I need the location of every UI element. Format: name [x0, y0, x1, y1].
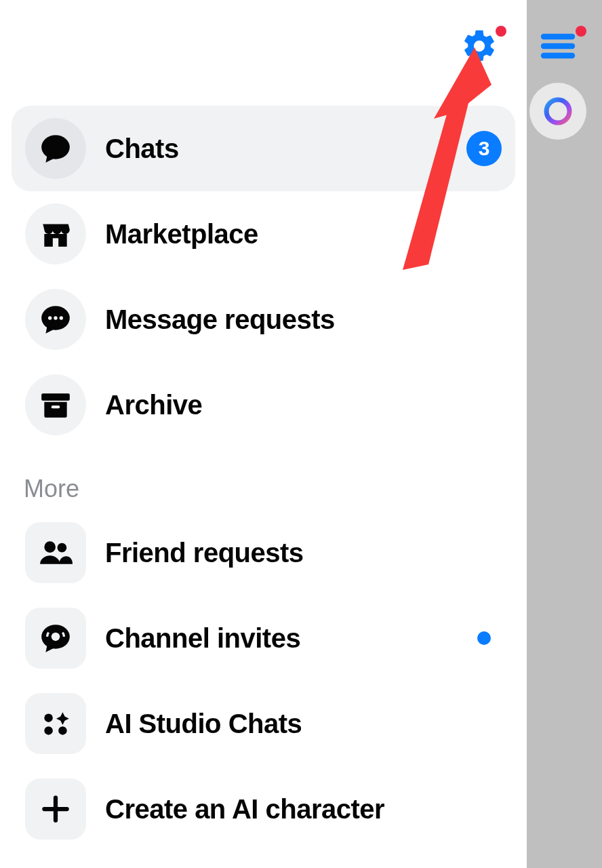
- gear-icon: [460, 27, 498, 65]
- meta-ai-button[interactable]: [529, 83, 586, 140]
- nav-item-message-requests[interactable]: Message requests: [12, 277, 515, 362]
- nav-item-chats[interactable]: Chats 3: [12, 106, 515, 191]
- archive-icon: [25, 374, 86, 435]
- meta-ai-ring-icon: [542, 95, 574, 127]
- svg-point-12: [44, 726, 53, 735]
- nav-label: AI Studio Chats: [105, 709, 302, 739]
- nav-label: Archive: [105, 390, 202, 420]
- svg-point-0: [41, 135, 70, 159]
- navigation-panel: Chats 3 Marketplace: [0, 0, 527, 868]
- unread-badge: 3: [466, 131, 502, 166]
- marketplace-icon: [25, 203, 86, 264]
- chat-bubble-icon: [25, 118, 86, 179]
- notification-dot: [477, 631, 491, 645]
- svg-point-7: [44, 541, 56, 553]
- notification-dot: [496, 26, 506, 37]
- menu-button[interactable]: [539, 27, 584, 72]
- svg-point-3: [54, 316, 57, 319]
- nav-item-archive[interactable]: Archive: [12, 362, 515, 448]
- nav-label: Channel invites: [105, 623, 300, 654]
- svg-point-8: [58, 543, 67, 553]
- svg-rect-6: [52, 406, 60, 408]
- nav-label: Message requests: [105, 304, 335, 335]
- plus-icon: [25, 778, 86, 840]
- ai-studio-icon: [25, 693, 86, 754]
- nav-item-ai-studio[interactable]: AI Studio Chats: [12, 681, 515, 766]
- nav-item-friend-requests[interactable]: Friend requests: [12, 510, 515, 595]
- svg-point-2: [48, 316, 52, 319]
- hamburger-icon: [539, 27, 577, 65]
- nav-item-marketplace[interactable]: Marketplace: [12, 191, 515, 277]
- svg-point-10: [52, 633, 60, 642]
- svg-rect-5: [41, 393, 70, 400]
- svg-point-21: [546, 100, 569, 123]
- svg-point-4: [60, 316, 63, 319]
- notification-dot: [576, 26, 586, 37]
- message-requests-icon: [25, 289, 86, 350]
- nav-label: Create an AI character: [105, 794, 384, 825]
- channel-icon: [25, 608, 86, 669]
- nav-label: Friend requests: [105, 538, 304, 568]
- nav-label: Marketplace: [105, 219, 258, 250]
- nav-item-channel-invites[interactable]: Channel invites: [12, 595, 515, 681]
- svg-point-13: [58, 726, 67, 735]
- svg-point-11: [44, 713, 53, 722]
- collapsed-content-pane: [527, 0, 602, 868]
- nav-item-create-ai[interactable]: Create an AI character: [12, 766, 515, 852]
- nav-label: Chats: [105, 134, 179, 164]
- people-icon: [25, 522, 86, 583]
- settings-button[interactable]: [460, 27, 505, 72]
- section-more-label: More: [24, 475, 515, 503]
